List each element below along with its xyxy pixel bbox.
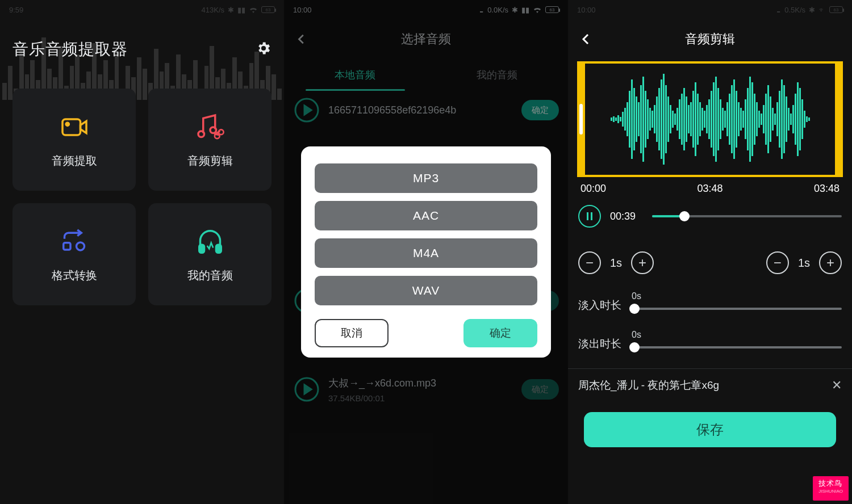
format-dialog-mask: MP3 AAC M4A WAV 取消 确定 xyxy=(284,0,568,504)
fade-out-value: 0s xyxy=(632,330,842,340)
status-bar: 10:00 ... 0.5K/s ✱ ᯤ 63 xyxy=(568,0,852,19)
wifi-icon: ᯤ xyxy=(818,6,826,14)
format-option-m4a[interactable]: M4A xyxy=(315,238,537,268)
step-value: 1s xyxy=(798,257,810,270)
fade-in-value: 0s xyxy=(632,291,842,301)
battery-icon: 63 xyxy=(261,6,275,13)
pause-button[interactable] xyxy=(578,205,601,228)
step-forward-group: − 1s + xyxy=(766,251,842,274)
card-label: 音频提取 xyxy=(52,153,97,169)
time-end: 03:48 xyxy=(814,183,840,195)
save-button[interactable]: 保存 xyxy=(584,412,836,447)
fade-out-label: 淡出时长 xyxy=(578,337,623,351)
battery-icon: 63 xyxy=(829,6,843,13)
screen-audio-editor: 10:00 ... 0.5K/s ✱ ᯤ 63 音频剪辑 00:00 03:48… xyxy=(568,0,852,504)
time-axis: 00:00 03:48 03:48 xyxy=(568,177,852,195)
format-dialog: MP3 AAC M4A WAV 取消 确定 xyxy=(301,146,551,358)
svg-point-1 xyxy=(66,123,69,125)
svg-point-3 xyxy=(210,127,216,133)
svg-rect-6 xyxy=(63,242,70,249)
signal-icon: ▮▮ xyxy=(237,6,245,14)
status-net-speed: 413K/s xyxy=(202,6,224,14)
format-option-mp3[interactable]: MP3 xyxy=(315,163,537,193)
watermark-main: 技术鸟 xyxy=(818,479,842,488)
track-name: 周杰伦_潘儿 - 夜的第七章x6g xyxy=(578,378,719,393)
svg-point-7 xyxy=(76,242,84,250)
screen-select-audio: 10:00 ... 0.0K/s ✱ ▮▮ 63 选择音频 本地音频 我的音频 … xyxy=(284,0,568,504)
minus-button[interactable]: − xyxy=(578,251,601,274)
close-icon[interactable]: ✕ xyxy=(832,378,842,393)
svg-rect-0 xyxy=(62,119,81,135)
card-audio-extract[interactable]: 音频提取 xyxy=(12,89,136,191)
status-time: 10:00 xyxy=(577,6,596,14)
dots-icon: ... xyxy=(776,6,779,14)
dialog-ok-button[interactable]: 确定 xyxy=(463,319,537,347)
swap-icon xyxy=(59,226,90,258)
camera-icon xyxy=(59,111,90,143)
format-option-aac[interactable]: AAC xyxy=(315,201,537,230)
status-time: 9:59 xyxy=(9,6,23,14)
svg-rect-9 xyxy=(216,245,221,253)
page-title: 音频剪辑 xyxy=(579,31,841,48)
time-start: 00:00 xyxy=(580,183,606,195)
fade-in-label: 淡入时长 xyxy=(578,298,623,313)
svg-point-2 xyxy=(198,131,204,137)
fade-in-slider[interactable] xyxy=(632,305,842,313)
bluetooth-icon: ✱ xyxy=(809,6,815,14)
step-back-group: − 1s + xyxy=(578,251,654,274)
watermark-sub: JISHUNIAO xyxy=(818,489,843,494)
music-cut-icon xyxy=(194,111,226,143)
time-mid: 03:48 xyxy=(697,183,722,195)
waveform-selection[interactable] xyxy=(577,61,843,177)
dialog-cancel-button[interactable]: 取消 xyxy=(315,319,389,347)
selection-frame xyxy=(577,61,843,177)
card-label: 格式转换 xyxy=(52,268,97,283)
format-option-wav[interactable]: WAV xyxy=(315,276,537,305)
wifi-icon xyxy=(249,6,258,13)
card-my-audio[interactable]: 我的音频 xyxy=(148,203,272,305)
card-label: 我的音频 xyxy=(187,268,233,283)
headphones-icon xyxy=(194,226,226,258)
watermark: 技术鸟 JISHUNIAO xyxy=(813,476,849,501)
fade-out-slider[interactable] xyxy=(632,343,842,351)
card-audio-edit[interactable]: 音频剪辑 xyxy=(148,89,272,191)
step-value: 1s xyxy=(610,257,622,270)
bluetooth-icon: ✱ xyxy=(228,6,234,14)
card-format-convert[interactable]: 格式转换 xyxy=(12,203,136,305)
plus-button[interactable]: + xyxy=(819,251,842,274)
status-net-speed: 0.5K/s xyxy=(784,6,805,14)
svg-rect-8 xyxy=(199,245,204,253)
current-time: 00:39 xyxy=(610,211,643,222)
card-label: 音频剪辑 xyxy=(187,153,233,169)
plus-button[interactable]: + xyxy=(631,251,654,274)
handle-left[interactable] xyxy=(579,104,583,135)
screen-home: 9:59 413K/s ✱ ▮▮ 63 音乐音频提取器 音频提取 音频剪辑 格式… xyxy=(0,0,284,504)
handle-right[interactable] xyxy=(837,104,841,135)
minus-button[interactable]: − xyxy=(766,251,789,274)
progress-slider[interactable] xyxy=(652,211,842,222)
